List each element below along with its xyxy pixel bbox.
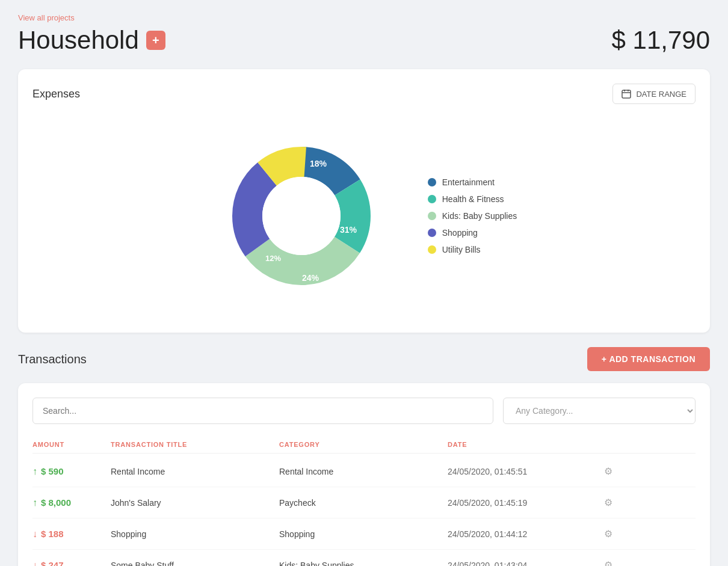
legend-item-entertainment: Entertainment bbox=[428, 177, 517, 187]
amount-value-2: $ 188 bbox=[41, 529, 64, 539]
calendar-icon bbox=[622, 89, 631, 99]
amount-cell-3: ↓ $ 247 bbox=[32, 560, 111, 567]
table-row: ↓ $ 247 Some Baby Stuff Kids: Baby Suppl… bbox=[32, 550, 696, 566]
legend-item-shopping: Shopping bbox=[428, 228, 517, 238]
legend-item-health: Health & Fitness bbox=[428, 194, 517, 204]
transaction-date-3: 24/05/2020, 01:43:04 bbox=[448, 561, 604, 567]
amount-value-3: $ 247 bbox=[41, 560, 64, 566]
category-select[interactable]: Any Category... bbox=[503, 398, 696, 424]
transaction-date-1: 24/05/2020, 01:45:19 bbox=[448, 498, 604, 508]
transactions-section: Transactions + ADD TRANSACTION Any Categ… bbox=[18, 347, 710, 566]
amount-value-0: $ 590 bbox=[41, 466, 64, 476]
transaction-category-1: Paycheck bbox=[279, 498, 448, 508]
arrow-up-icon-1: ↑ bbox=[32, 497, 37, 508]
legend-dot-health bbox=[428, 195, 436, 203]
chart-legend: Entertainment Health & Fitness Kids: Bab… bbox=[428, 177, 517, 254]
transactions-header: Transactions + ADD TRANSACTION bbox=[18, 347, 710, 371]
col-amount: AMOUNT bbox=[32, 441, 111, 448]
transaction-category-3: Kids: Baby Supplies bbox=[279, 561, 448, 567]
table-row: ↓ $ 188 Shopping Shopping 24/05/2020, 01… bbox=[32, 518, 696, 550]
col-date: DATE bbox=[448, 441, 604, 448]
project-title-group: Household + bbox=[18, 26, 165, 55]
arrow-down-icon-2: ↓ bbox=[32, 529, 37, 540]
transactions-card: Any Category... AMOUNT TRANSACTION TITLE… bbox=[18, 383, 710, 566]
svg-rect-0 bbox=[622, 90, 631, 98]
expenses-card: Expenses DATE RANGE bbox=[18, 69, 710, 333]
transactions-title: Transactions bbox=[18, 352, 87, 366]
gear-icon-1[interactable]: ⚙ bbox=[604, 497, 640, 508]
gear-icon-2[interactable]: ⚙ bbox=[604, 528, 640, 540]
transaction-date-2: 24/05/2020, 01:44:12 bbox=[448, 529, 604, 539]
transaction-title-3: Some Baby Stuff bbox=[111, 561, 279, 567]
chart-area: 16% 18% 31% 24% 12% Entertainment Health… bbox=[32, 114, 696, 318]
add-transaction-button[interactable]: + ADD TRANSACTION bbox=[587, 347, 710, 371]
filters-row: Any Category... bbox=[32, 398, 696, 424]
legend-item-utility: Utility Bills bbox=[428, 245, 517, 254]
transaction-title-1: John's Salary bbox=[111, 498, 279, 508]
arrow-down-icon-3: ↓ bbox=[32, 560, 37, 567]
date-range-label: DATE RANGE bbox=[636, 90, 686, 99]
transaction-title-2: Shopping bbox=[111, 529, 279, 539]
search-input[interactable] bbox=[32, 398, 493, 424]
legend-dot-shopping bbox=[428, 229, 436, 237]
view-all-link[interactable]: View all projects bbox=[18, 13, 75, 22]
legend-dot-entertainment bbox=[428, 178, 436, 186]
gear-icon-0[interactable]: ⚙ bbox=[604, 466, 640, 477]
label-health: 18% bbox=[310, 159, 327, 168]
table-header: AMOUNT TRANSACTION TITLE CATEGORY DATE bbox=[32, 436, 696, 454]
transaction-title-0: Rental Income bbox=[111, 467, 279, 476]
add-project-button[interactable]: + bbox=[146, 31, 165, 50]
legend-label-kids: Kids: Baby Supplies bbox=[442, 211, 517, 221]
legend-label-utility: Utility Bills bbox=[442, 245, 481, 254]
transaction-category-0: Rental Income bbox=[279, 467, 448, 476]
label-kids: 31% bbox=[340, 225, 357, 235]
amount-cell-1: ↑ $ 8,000 bbox=[32, 497, 111, 508]
col-category: CATEGORY bbox=[279, 441, 448, 448]
amount-cell-2: ↓ $ 188 bbox=[32, 529, 111, 540]
expenses-title: Expenses bbox=[32, 88, 80, 100]
label-shopping: 24% bbox=[302, 273, 319, 283]
col-title: TRANSACTION TITLE bbox=[111, 441, 279, 448]
legend-label-entertainment: Entertainment bbox=[442, 177, 495, 187]
table-row: ↑ $ 8,000 John's Salary Paycheck 24/05/2… bbox=[32, 487, 696, 518]
amount-value-1: $ 8,000 bbox=[41, 497, 71, 508]
transaction-date-0: 24/05/2020, 01:45:51 bbox=[448, 467, 604, 476]
label-entertainment: 16% bbox=[266, 214, 283, 224]
amount-cell-0: ↑ $ 590 bbox=[32, 466, 111, 477]
project-title: Household bbox=[18, 26, 139, 55]
donut-svg: 16% 18% 31% 24% 12% bbox=[211, 126, 392, 306]
arrow-up-icon-0: ↑ bbox=[32, 466, 37, 477]
label-utility: 12% bbox=[265, 254, 281, 263]
legend-label-health: Health & Fitness bbox=[442, 194, 504, 204]
col-actions bbox=[604, 441, 640, 448]
header-row: Household + $ 11,790 bbox=[18, 26, 710, 55]
legend-dot-utility bbox=[428, 245, 436, 254]
table-row: ↑ $ 590 Rental Income Rental Income 24/0… bbox=[32, 456, 696, 487]
gear-icon-3[interactable]: ⚙ bbox=[604, 559, 640, 566]
date-range-button[interactable]: DATE RANGE bbox=[612, 84, 696, 104]
balance-amount: $ 11,790 bbox=[612, 26, 711, 55]
legend-label-shopping: Shopping bbox=[442, 228, 478, 238]
legend-dot-kids bbox=[428, 212, 436, 220]
expenses-card-header: Expenses DATE RANGE bbox=[32, 84, 696, 104]
transaction-category-2: Shopping bbox=[279, 529, 448, 539]
legend-item-kids: Kids: Baby Supplies bbox=[428, 211, 517, 221]
donut-chart: 16% 18% 31% 24% 12% bbox=[211, 126, 392, 306]
